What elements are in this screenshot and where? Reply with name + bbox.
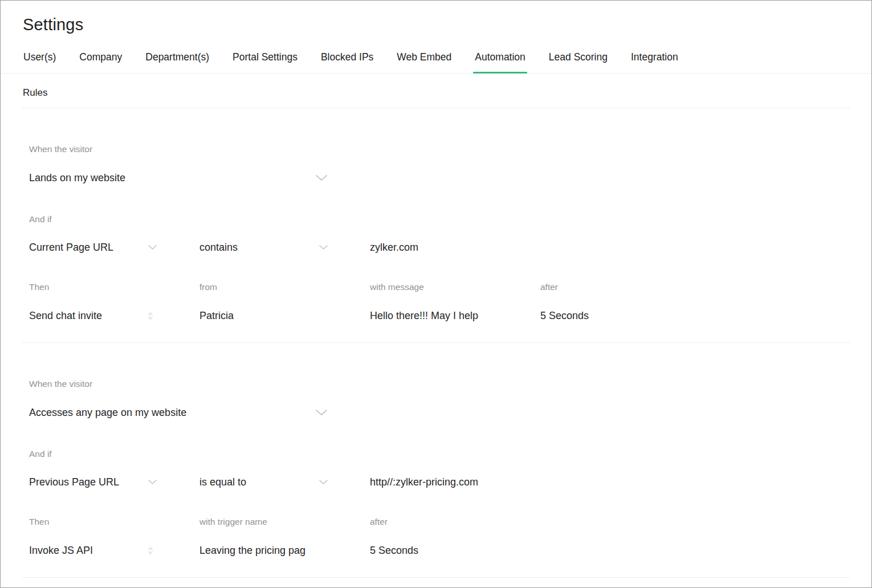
param-after-input[interactable]: 5 Seconds bbox=[370, 544, 540, 557]
when-event-value: Lands on my website bbox=[29, 172, 125, 184]
when-event-value: Accesses any page on my website bbox=[29, 406, 186, 419]
condition-row: Current Page URL contains zylker.com bbox=[29, 241, 849, 254]
param-column bbox=[540, 516, 711, 557]
param-label: with message bbox=[370, 281, 540, 292]
param-column: from Patricia bbox=[199, 281, 370, 322]
condition-field-value: Current Page URL bbox=[29, 241, 113, 254]
condition-field-value: Previous Page URL bbox=[29, 476, 119, 488]
page-header: Settings bbox=[1, 1, 871, 34]
chevron-down-icon bbox=[315, 409, 328, 416]
tab-web-embed[interactable]: Web Embed bbox=[397, 51, 451, 73]
param-label: after bbox=[540, 281, 711, 292]
up-down-arrows-icon bbox=[147, 546, 154, 556]
and-if-label: And if bbox=[29, 448, 849, 459]
param-column: with message Hello there!!! May I help bbox=[370, 281, 540, 322]
condition-row: Previous Page URL is equal to http//:zyl… bbox=[29, 476, 849, 488]
action-type-value: Send chat invite bbox=[29, 309, 102, 322]
action-row: Then Send chat invite from Patricia with… bbox=[29, 281, 849, 322]
tab-integration[interactable]: Integration bbox=[631, 51, 678, 73]
param-label: with trigger name bbox=[199, 516, 370, 527]
param-label: from bbox=[199, 281, 370, 292]
when-label: When the visitor bbox=[29, 378, 849, 389]
tab-portal-settings[interactable]: Portal Settings bbox=[233, 51, 298, 73]
when-event-dropdown[interactable]: Lands on my website bbox=[29, 172, 328, 184]
param-column: with trigger name Leaving the pricing pa… bbox=[199, 516, 370, 557]
tab-departments[interactable]: Department(s) bbox=[145, 51, 209, 73]
param-message-input[interactable]: Hello there!!! May I help bbox=[370, 309, 501, 322]
rules-section-title: Rules bbox=[1, 74, 871, 108]
param-label: after bbox=[370, 516, 540, 527]
bottom-divider bbox=[22, 577, 850, 578]
action-type-value: Invoke JS API bbox=[29, 544, 93, 557]
automation-rule-1: When the visitor Lands on my website And… bbox=[1, 108, 871, 342]
condition-field-dropdown[interactable]: Previous Page URL bbox=[29, 476, 157, 488]
up-down-arrows-icon bbox=[147, 311, 154, 321]
chevron-down-icon bbox=[319, 244, 328, 250]
chevron-down-icon bbox=[315, 174, 328, 181]
param-column: after 5 Seconds bbox=[540, 281, 711, 322]
then-label: Then bbox=[29, 281, 199, 292]
settings-page: Settings User(s) Company Department(s) P… bbox=[0, 0, 872, 588]
action-type-selector[interactable]: Send chat invite bbox=[29, 309, 154, 322]
action-row: Then Invoke JS API with trigger name Lea… bbox=[29, 516, 849, 557]
param-trigger-name-input[interactable]: Leaving the pricing pag bbox=[199, 544, 331, 557]
param-from-input[interactable]: Patricia bbox=[199, 309, 370, 322]
action-column: Then Send chat invite bbox=[29, 281, 199, 322]
param-after-input[interactable]: 5 Seconds bbox=[540, 309, 711, 322]
condition-operator-dropdown[interactable]: contains bbox=[199, 241, 328, 254]
condition-operator-value: is equal to bbox=[199, 476, 246, 488]
condition-value-input[interactable]: zylker.com bbox=[370, 241, 540, 254]
condition-field-dropdown[interactable]: Current Page URL bbox=[29, 241, 157, 254]
tab-blocked-ips[interactable]: Blocked IPs bbox=[321, 51, 373, 73]
and-if-label: And if bbox=[29, 214, 849, 224]
condition-operator-dropdown[interactable]: is equal to bbox=[199, 476, 328, 488]
page-title: Settings bbox=[23, 15, 849, 34]
tab-users[interactable]: User(s) bbox=[23, 51, 56, 73]
then-label: Then bbox=[29, 516, 199, 527]
tab-lead-scoring[interactable]: Lead Scoring bbox=[549, 51, 608, 73]
settings-tab-bar: User(s) Company Department(s) Portal Set… bbox=[1, 34, 871, 74]
chevron-down-icon bbox=[148, 479, 157, 485]
when-event-dropdown[interactable]: Accesses any page on my website bbox=[29, 406, 328, 419]
param-column: after 5 Seconds bbox=[370, 516, 540, 557]
automation-rule-2: When the visitor Accesses any page on my… bbox=[1, 343, 871, 577]
action-column: Then Invoke JS API bbox=[29, 516, 199, 557]
when-label: When the visitor bbox=[29, 144, 849, 154]
chevron-down-icon bbox=[319, 479, 328, 485]
action-type-selector[interactable]: Invoke JS API bbox=[29, 544, 154, 557]
condition-operator-value: contains bbox=[199, 241, 238, 254]
condition-value-input[interactable]: http//:zylker-pricing.com bbox=[370, 476, 540, 488]
chevron-down-icon bbox=[148, 244, 157, 250]
tab-automation[interactable]: Automation bbox=[475, 51, 525, 73]
tab-company[interactable]: Company bbox=[79, 51, 122, 73]
